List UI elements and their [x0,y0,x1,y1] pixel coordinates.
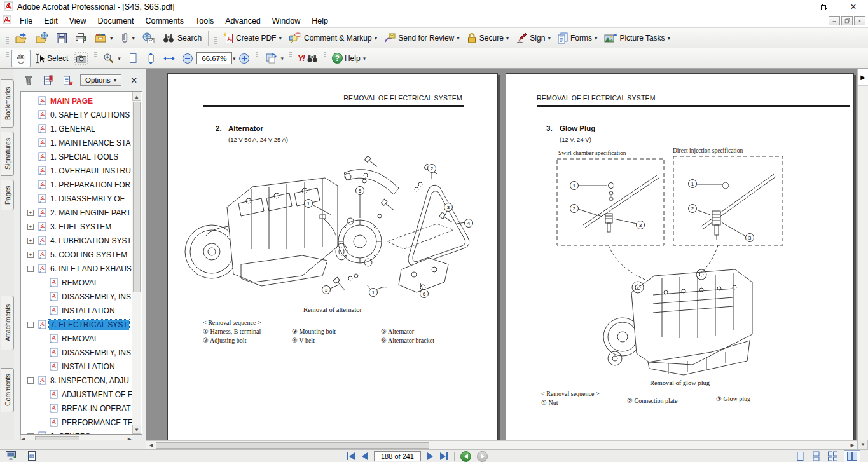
bookmark-item[interactable]: -8. INSPECTION, ADJU [21,374,142,388]
select-tool-button[interactable]: Select [31,50,71,67]
bookmark-item[interactable]: +5. COOLING SYSTEM [21,248,142,262]
rotate-pages-button[interactable]: ▾ [261,50,287,67]
bookmark-item[interactable]: 0. SAFETY CAUTIONS [21,108,142,122]
scroll-down-arrow[interactable]: ▼ [132,425,141,434]
expand-toggle[interactable]: + [27,238,34,244]
print-button[interactable] [71,29,90,47]
bookmark-item[interactable]: 1. GENERAL [21,122,142,136]
minimize-button[interactable]: – [780,1,809,13]
document-horizontal-scrollbar[interactable]: ◀ ▶ [146,440,857,449]
document-view[interactable]: REMOVAL OF ELECTRICAL SYSTEM 2. Alternat… [146,69,857,440]
single-page-button[interactable] [795,451,806,462]
bookmark-item[interactable]: 1. MAINTENANCE STA [21,136,142,150]
scrollbar-thumb[interactable] [156,442,429,449]
open-web-button[interactable] [32,29,52,47]
panel-close-button[interactable]: ✕ [130,76,137,85]
fit-page-button[interactable] [124,50,142,67]
expand-toggle[interactable]: + [27,252,34,258]
menu-file[interactable]: File [14,15,38,27]
bookmark-item[interactable]: PERFORMANCE TE [21,416,142,430]
picture-tasks-button[interactable]: Picture Tasks▾ [600,29,673,47]
bookmark-item[interactable]: +2. MAIN ENGINE PART [21,206,142,220]
bookmark-item[interactable]: +4. LUBRICATION SYST [21,234,142,248]
forms-button[interactable]: Forms▾ [554,29,601,47]
hand-tool-button[interactable] [11,50,31,67]
doc-close-button[interactable]: × [854,16,865,25]
create-pdf-button[interactable]: Create PDF▾ [219,29,285,47]
expand-current-bookmark-button[interactable] [41,73,55,88]
show-task-pane-button[interactable]: ▶ [858,69,868,86]
bookmark-item[interactable]: BREAK-IN OPERAT [21,402,142,416]
previous-page-button[interactable] [361,452,368,461]
bookmark-item[interactable]: INSTALLATION [21,304,142,318]
bookmarks-vertical-scrollbar[interactable]: ▲ ▼ [132,92,141,434]
bookmark-item[interactable]: 1. DISASSEMBLY OF [21,192,142,206]
fit-height-button[interactable] [142,50,160,67]
zoom-in-tool-button[interactable]: ▾ [99,50,124,67]
bookmark-item[interactable]: 1. OVERHAUL INSTRU [21,164,142,178]
toolbar-grip[interactable] [289,52,292,65]
expand-toggle[interactable]: - [27,377,34,384]
toolbar-grip[interactable] [214,32,217,44]
restore-button[interactable] [809,1,839,13]
menu-comments[interactable]: Comments [140,15,189,27]
page-number-input[interactable] [374,451,421,461]
menu-document[interactable]: Document [92,15,140,27]
scroll-up-arrow[interactable]: ▲ [132,92,141,101]
continuous-facing-button[interactable] [827,451,839,462]
expand-toggle[interactable]: + [27,210,34,216]
delete-bookmark-button[interactable] [22,73,36,88]
scroll-left-arrow[interactable]: ◀ [146,442,156,448]
snapshot-tool-button[interactable] [71,50,92,67]
menu-edit[interactable]: Edit [38,15,64,27]
bookmark-item[interactable]: MAIN PAGE [21,94,142,108]
screen-mode-icon[interactable] [5,451,17,462]
menu-help[interactable]: Help [306,15,334,27]
bookmark-item[interactable]: REMOVAL [21,332,142,346]
bookmark-item[interactable]: 1. SPECIAL TOOLS [21,150,142,164]
toolbar-grip[interactable] [6,52,9,65]
comment-markup-button[interactable]: Comment & Markup▾ [285,29,380,47]
menu-view[interactable]: View [64,15,92,27]
bookmark-item[interactable]: ADJUSTMENT OF E [21,388,142,402]
bookmark-item[interactable]: REMOVAL [21,276,142,290]
toolbar-grip[interactable] [6,32,9,44]
tab-attachments[interactable]: Attachments [1,296,14,350]
facing-pages-button[interactable] [844,450,860,462]
page-size-icon[interactable] [27,451,37,462]
toolbar-grip[interactable] [256,52,258,65]
bookmark-item[interactable]: -6. INLET AND EXHAUS [21,262,142,276]
zoom-level-input[interactable] [196,52,232,64]
menu-window[interactable]: Window [266,15,306,27]
menu-advanced[interactable]: Advanced [219,15,266,27]
tab-bookmarks[interactable]: Bookmarks [1,79,14,128]
bookmark-item[interactable]: DISASSEMBLY, INS [21,290,142,304]
scroll-right-arrow[interactable]: ▶ [848,442,857,448]
scroll-down-arrow[interactable]: ▼ [858,440,868,449]
continuous-button[interactable] [811,451,822,462]
toolbar-grip[interactable] [324,52,326,65]
tab-pages[interactable]: Pages [1,180,14,210]
expand-toggle[interactable]: - [27,322,34,328]
next-view-button[interactable] [477,451,488,462]
close-button[interactable]: × [839,1,868,13]
save-button[interactable] [52,29,71,47]
bookmark-item[interactable]: INSTALLATION [21,360,142,374]
new-bookmark-button[interactable] [60,73,75,88]
fit-width-button[interactable] [160,50,179,67]
email-button[interactable] [138,29,158,47]
bookmark-item[interactable]: +9. OTHERS [21,430,142,435]
first-page-button[interactable] [347,452,355,461]
previous-view-button[interactable] [460,451,471,462]
search-button[interactable]: Search [158,29,205,47]
open-button[interactable] [11,29,32,47]
sign-button[interactable]: Sign▾ [512,29,554,47]
doc-restore-button[interactable] [841,16,853,25]
expand-toggle[interactable]: + [27,224,34,230]
organizer-button[interactable]: ▾ [90,29,116,47]
last-page-button[interactable] [439,452,448,461]
send-for-review-button[interactable]: Send for Review▾ [380,29,463,47]
zoom-out-button[interactable] [179,50,196,67]
bookmark-item[interactable]: DISASSEMBLY, INS [21,346,142,360]
zoom-in-button[interactable] [235,50,253,67]
